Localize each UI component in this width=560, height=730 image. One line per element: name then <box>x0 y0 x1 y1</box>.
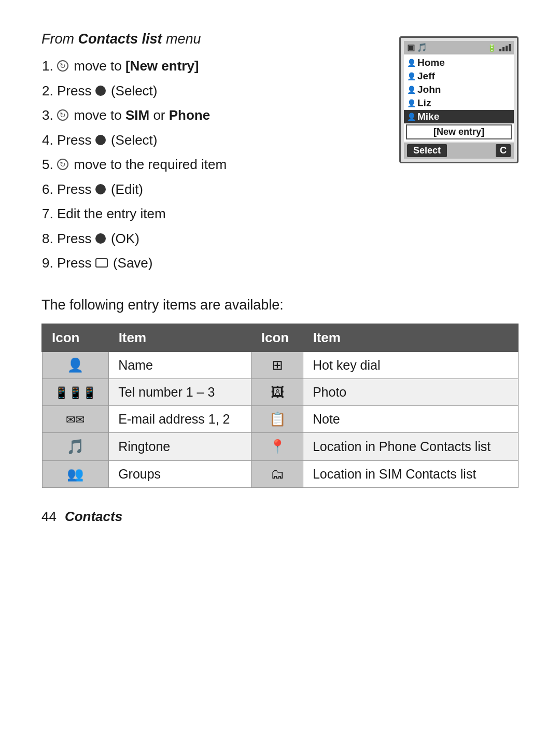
item-name: Name <box>109 352 251 379</box>
location-sim-icon: 🗂 <box>271 466 284 482</box>
select-icon-6 <box>95 184 106 194</box>
icon-cell-name: 👤 <box>42 352 109 379</box>
ringtone-icon: 🎵 <box>66 439 85 455</box>
photo-icon: 🖼 <box>271 384 284 400</box>
icon-cell-ringtone: 🎵 <box>42 432 109 460</box>
contact-icon-mike: 👤 <box>407 113 416 121</box>
contact-john: 👤 John <box>404 83 514 96</box>
nav-icon-3 <box>57 109 68 121</box>
icon-cell-location-phone: 📍 <box>251 432 303 460</box>
contact-jeff: 👤 Jeff <box>404 69 514 83</box>
contact-icon-john: 👤 <box>407 86 416 94</box>
icon-cell-email: ✉✉ <box>42 405 109 432</box>
steps-list: move to [New entry] Press (Select) move … <box>41 54 368 275</box>
bar-1 <box>499 49 501 51</box>
table-row: 👤 Name ⊞ Hot key dial <box>42 352 518 379</box>
icon-cell-location-sim: 🗂 <box>251 460 303 487</box>
step-9: Press (Save) <box>57 251 368 275</box>
item-email: E-mail address 1, 2 <box>109 405 251 432</box>
item-groups: Groups <box>109 460 251 487</box>
col-item-2: Item <box>303 324 518 352</box>
name-icon: 👤 <box>67 357 83 373</box>
select-icon-2 <box>95 86 106 96</box>
phone-icon-1: ▣ <box>407 43 415 52</box>
select-icon-8 <box>95 233 106 244</box>
tel-icons: 📱📱📱 <box>54 386 96 399</box>
table-row: ✉✉ E-mail address 1, 2 📋 Note <box>42 405 518 432</box>
phone-screen: ▣ 🎵 🔋 👤 Home <box>399 36 519 163</box>
from-rest: menu <box>162 31 201 47</box>
groups-icon: 👥 <box>67 466 83 482</box>
bar-4 <box>509 44 511 51</box>
page-section: Contacts <box>65 509 122 525</box>
c-button: C <box>496 144 511 157</box>
signal-bars <box>499 44 511 51</box>
item-ringtone: Ringtone <box>109 432 251 460</box>
icon-cell-hotkey: ⊞ <box>251 352 303 379</box>
select-button: Select <box>407 144 447 157</box>
location-phone-icon: 📍 <box>269 439 286 454</box>
icon-cell-tel: 📱📱📱 <box>42 378 109 405</box>
contact-liz: 👤 Liz <box>404 96 514 110</box>
step-6: Press (Edit) <box>57 178 368 202</box>
icon-cell-note: 📋 <box>251 405 303 432</box>
phone-header: ▣ 🎵 🔋 <box>404 41 514 54</box>
top-section: From Contacts list menu move to [New ent… <box>41 31 519 276</box>
contact-icon-jeff: 👤 <box>407 72 416 80</box>
step-4: Press (Select) <box>57 129 368 152</box>
page-number: 44 <box>41 509 57 525</box>
table-row: 📱📱📱 Tel number 1 – 3 🖼 Photo <box>42 378 518 405</box>
item-location-phone: Location in Phone Contacts list <box>303 432 518 460</box>
step-7: Edit the entry item <box>57 202 368 226</box>
col-icon-1: Icon <box>42 324 109 352</box>
phone-status-icons: 🔋 <box>487 44 511 52</box>
table-header-row: Icon Item Icon Item <box>42 324 518 352</box>
phone-footer: Select C <box>404 143 514 159</box>
from-line: From Contacts list menu <box>41 31 368 47</box>
from-bold: Contacts list <box>78 31 162 47</box>
step-5: move to the required item <box>57 153 368 177</box>
battery-icon: 🔋 <box>487 44 496 52</box>
from-prefix: From <box>41 31 78 47</box>
contact-mike: 👤 Mike <box>404 110 514 123</box>
contact-icon-home: 👤 <box>407 59 416 67</box>
bar-3 <box>506 46 508 51</box>
step-2: Press (Select) <box>57 79 368 103</box>
table-row: 🎵 Ringtone 📍 Location in Phone Contacts … <box>42 432 518 460</box>
icon-cell-groups: 👥 <box>42 460 109 487</box>
step-1: move to [New entry] <box>57 54 368 78</box>
save-icon-9 <box>95 258 108 268</box>
note-icon: 📋 <box>269 411 286 427</box>
select-icon-4 <box>95 135 106 145</box>
item-location-sim: Location in SIM Contacts list <box>303 460 518 487</box>
item-tel: Tel number 1 – 3 <box>109 378 251 405</box>
contact-home: 👤 Home <box>404 56 514 69</box>
hotkey-icon: ⊞ <box>272 357 283 373</box>
step-8: Press (OK) <box>57 227 368 251</box>
new-entry-row: [New entry] <box>406 124 512 139</box>
contact-icon-liz: 👤 <box>407 99 416 107</box>
item-hotkey: Hot key dial <box>303 352 518 379</box>
email-icons: ✉✉ <box>66 413 85 426</box>
bar-2 <box>502 47 505 51</box>
contact-list: 👤 Home 👤 Jeff 👤 John 👤 Liz 👤 Mike <box>404 55 514 142</box>
item-note: Note <box>303 405 518 432</box>
instructions: From Contacts list menu move to [New ent… <box>41 31 368 276</box>
entry-table: Icon Item Icon Item 👤 Name ⊞ Hot key dia… <box>41 324 519 488</box>
nav-icon-5 <box>57 159 68 170</box>
item-photo: Photo <box>303 378 518 405</box>
page-content: From Contacts list menu move to [New ent… <box>41 31 519 525</box>
table-row: 👥 Groups 🗂 Location in SIM Contacts list <box>42 460 518 487</box>
page-footer: 44 Contacts <box>41 509 519 525</box>
nav-icon-1 <box>57 60 68 72</box>
following-text: The following entry items are available: <box>41 297 519 313</box>
col-icon-2: Icon <box>251 324 303 352</box>
phone-icon-2: 🎵 <box>417 43 427 52</box>
step-3: move to SIM or Phone <box>57 104 368 128</box>
icon-cell-photo: 🖼 <box>251 378 303 405</box>
col-item-1: Item <box>109 324 251 352</box>
